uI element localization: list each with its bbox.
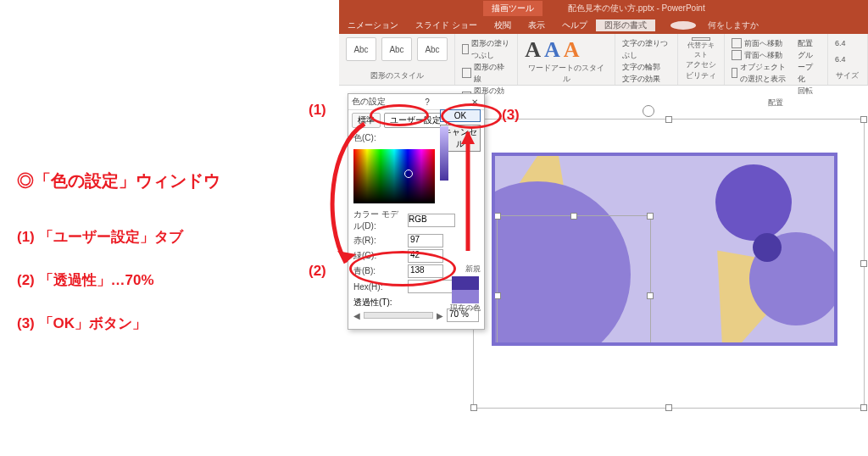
transparency-increase[interactable]: ▶: [437, 311, 443, 320]
transparency-slider[interactable]: [364, 312, 433, 319]
resize-handle[interactable]: [570, 213, 577, 220]
rotation-handle[interactable]: [643, 105, 654, 117]
group-label: サイズ: [835, 70, 860, 81]
circle-shape: [715, 164, 792, 241]
ribbon-group-size: 6.4 6.4 サイズ: [828, 34, 868, 85]
svg-marker-1: [461, 131, 475, 144]
shape-style-preset[interactable]: Abc: [417, 37, 448, 61]
ribbon-text-fill-group: 文字の塗りつぶし 文字の輪郭 文字の効果: [615, 34, 678, 85]
outline-icon: [462, 68, 471, 78]
resize-handle[interactable]: [470, 404, 477, 411]
marker-3: (3): [502, 107, 520, 124]
group-label: ワードアートのスタイル: [525, 63, 608, 85]
ribbon-group-accessibility: 代替テキスト アクセシビリティ: [678, 34, 725, 85]
wordart-preset[interactable]: A: [544, 37, 560, 63]
marker-1: (1): [309, 102, 326, 119]
width-input[interactable]: 6.4: [835, 53, 855, 65]
new-color-swatch: [452, 276, 479, 290]
circle-shape: [753, 233, 782, 262]
menu-slideshow[interactable]: スライド ショー: [407, 19, 486, 31]
group-button[interactable]: グループ化: [798, 49, 821, 85]
color-cursor[interactable]: [404, 170, 413, 178]
shape-style-preset[interactable]: Abc: [381, 37, 412, 61]
back-icon: [732, 50, 742, 60]
resize-handle[interactable]: [665, 116, 672, 123]
shape-outline[interactable]: 図形の枠線: [462, 61, 510, 85]
current-color-swatch: [452, 290, 479, 303]
menubar: ニメーション スライド ショー 校閲 表示 ヘルプ 図形の書式 何をしますか: [339, 17, 868, 34]
window-filename: 配色見本の使い方.pptx - PowerPoint: [568, 3, 705, 14]
shape-artwork[interactable]: [492, 153, 837, 346]
resize-handle[interactable]: [494, 292, 501, 299]
annotation-line-1: (1) 「ユーザー設定」タブ: [17, 227, 297, 247]
wordart-preset[interactable]: A: [525, 37, 541, 63]
bulb-icon: [670, 21, 696, 30]
ribbon-group-arrange: 前面へ移動 背面へ移動 オブジェクトの選択と表示 配置 グループ化 回転 配置: [725, 34, 828, 85]
current-label: 現在の色: [450, 303, 481, 314]
menu-view[interactable]: 表示: [520, 19, 554, 31]
transparency-decrease[interactable]: ◀: [353, 311, 360, 320]
ribbon-group-shape-styles: Abc Abc Abc 図形のスタイル: [339, 34, 455, 85]
selection-pane[interactable]: オブジェクトの選択と表示: [732, 61, 793, 85]
menu-review[interactable]: 校閲: [486, 19, 520, 31]
annotation-line-2: (2) 「透過性」…70%: [17, 270, 297, 290]
arrow-2-to-3: [458, 127, 483, 254]
group-label: アクセシビリティ: [685, 59, 717, 81]
highlight-ring-3: [441, 103, 502, 129]
shape-style-preset[interactable]: Abc: [346, 37, 376, 61]
align[interactable]: 配置: [798, 37, 821, 49]
annotation-line-3: (3) 「OK」ボタン」: [17, 314, 297, 333]
text-effects[interactable]: 文字の効果: [622, 73, 670, 85]
height-input[interactable]: 6.4: [835, 37, 855, 49]
new-label: 新規: [465, 264, 481, 275]
send-backward[interactable]: 背面へ移動: [732, 49, 793, 61]
resize-handle[interactable]: [860, 116, 867, 123]
resize-handle[interactable]: [860, 260, 867, 267]
text-outline[interactable]: 文字の輪郭: [622, 61, 670, 73]
front-icon: [732, 38, 742, 48]
color-model-select[interactable]: RGB: [408, 214, 455, 227]
group-label: 図形のスタイル: [346, 70, 448, 81]
fill-icon: [462, 44, 469, 54]
resize-handle[interactable]: [647, 213, 654, 220]
tell-me[interactable]: 何をしますか: [662, 19, 776, 31]
alt-text-label: 代替テキスト: [685, 41, 717, 59]
shape-fill[interactable]: 図形の塗りつぶし: [462, 37, 510, 61]
menu-shape-format[interactable]: 図形の書式: [596, 19, 655, 31]
ribbon: Abc Abc Abc 図形のスタイル 図形の塗りつぶし 図形の枠線 図形の効果…: [339, 34, 868, 86]
annotation-header: ◎「色の設定」ウィンドウ: [17, 170, 220, 192]
help-icon[interactable]: ?: [425, 97, 430, 107]
svg-marker-0: [337, 251, 356, 263]
inner-selection[interactable]: [497, 215, 651, 346]
resize-handle[interactable]: [647, 292, 654, 299]
menu-animation[interactable]: ニメーション: [339, 19, 407, 31]
pane-icon: [732, 68, 738, 78]
bring-forward[interactable]: 前面へ移動: [732, 37, 793, 49]
resize-handle[interactable]: [860, 404, 867, 411]
menu-help[interactable]: ヘルプ: [554, 19, 596, 31]
wordart-preset[interactable]: A: [564, 37, 580, 63]
tool-tab: 描画ツール: [483, 1, 542, 16]
preview-swatch: [452, 276, 479, 303]
annotation-list: (1) 「ユーザー設定」タブ (2) 「透過性」…70% (3) 「OK」ボタン…: [17, 203, 297, 357]
slide-canvas[interactable]: [473, 95, 865, 427]
resize-handle[interactable]: [494, 213, 501, 220]
arrow-1-to-2: [322, 119, 390, 271]
resize-handle[interactable]: [665, 404, 672, 411]
hue-column[interactable]: [440, 126, 448, 181]
ribbon-group-wordart: A A A ワードアートのスタイル: [518, 34, 615, 85]
text-fill[interactable]: 文字の塗りつぶし: [622, 37, 670, 61]
ribbon-shape-fill-group: 図形の塗りつぶし 図形の枠線 図形の効果: [455, 34, 518, 85]
red-input[interactable]: 97: [408, 234, 443, 247]
titlebar: 描画ツール 配色見本の使い方.pptx - PowerPoint: [339, 0, 868, 17]
